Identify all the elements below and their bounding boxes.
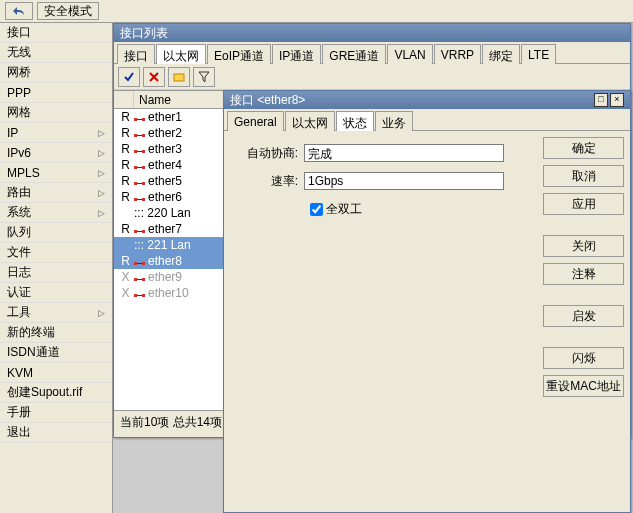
svg-rect-25 — [134, 278, 137, 281]
full-duplex-check[interactable]: 全双工 — [310, 201, 362, 218]
rate-label: 速率: — [234, 173, 304, 190]
svg-rect-16 — [134, 198, 137, 201]
minimize-icon[interactable]: □ — [594, 93, 608, 107]
svg-rect-4 — [134, 134, 137, 137]
submenu-arrow-icon: ▷ — [98, 188, 105, 198]
dialog-title: 接口 <ether8> — [230, 92, 305, 109]
dialog-tab-General[interactable]: General — [227, 111, 284, 131]
sidebar-item-19[interactable]: 手册 — [0, 403, 112, 423]
svg-rect-22 — [134, 262, 137, 265]
submenu-arrow-icon: ▷ — [98, 148, 105, 158]
submenu-arrow-icon: ▷ — [98, 208, 105, 218]
tab-绑定[interactable]: 绑定 — [482, 44, 520, 64]
interface-icon — [134, 225, 145, 234]
auto-neg-label: 自动协商: — [234, 145, 304, 162]
svg-rect-13 — [134, 182, 137, 185]
sidebar-item-4[interactable]: 网格 — [0, 103, 112, 123]
submenu-arrow-icon: ▷ — [98, 128, 105, 138]
dialog-tab-业务[interactable]: 业务 — [375, 111, 413, 131]
sidebar-item-2[interactable]: 网桥 — [0, 63, 112, 83]
svg-rect-0 — [174, 74, 184, 81]
disable-button[interactable] — [143, 67, 165, 87]
svg-rect-20 — [142, 230, 145, 233]
cancel-button[interactable]: 取消 — [543, 165, 624, 187]
dialog-title-bar[interactable]: 接口 <ether8> □ × — [224, 91, 630, 109]
full-duplex-checkbox[interactable] — [310, 203, 323, 216]
sidebar-item-0[interactable]: 接口 — [0, 23, 112, 43]
enable-button[interactable] — [118, 67, 140, 87]
svg-rect-14 — [142, 182, 145, 185]
rate-value[interactable]: 1Gbps — [304, 172, 504, 190]
col-flag[interactable] — [114, 91, 134, 108]
sidebar-item-8[interactable]: 路由▷ — [0, 183, 112, 203]
svg-rect-1 — [134, 118, 137, 121]
tab-VRRP[interactable]: VRRP — [434, 44, 481, 64]
sidebar-item-16[interactable]: ISDN通道 — [0, 343, 112, 363]
safe-mode-button[interactable]: 安全模式 — [37, 2, 99, 20]
svg-rect-10 — [134, 166, 137, 169]
sidebar-item-18[interactable]: 创建Supout.rif — [0, 383, 112, 403]
svg-rect-28 — [134, 294, 137, 297]
tab-EoIP通道[interactable]: EoIP通道 — [207, 44, 271, 64]
dialog-tab-以太网[interactable]: 以太网 — [285, 111, 335, 131]
interface-icon — [134, 177, 145, 186]
sidebar-item-3[interactable]: PPP — [0, 83, 112, 103]
close-button[interactable]: 关闭 — [543, 235, 624, 257]
tab-VLAN[interactable]: VLAN — [387, 44, 432, 64]
sidebar-item-11[interactable]: 文件 — [0, 243, 112, 263]
apply-button[interactable]: 应用 — [543, 193, 624, 215]
sidebar-item-1[interactable]: 无线 — [0, 43, 112, 63]
svg-rect-17 — [142, 198, 145, 201]
svg-rect-29 — [142, 294, 145, 297]
sidebar-item-15[interactable]: 新的终端 — [0, 323, 112, 343]
sidebar-item-14[interactable]: 工具▷ — [0, 303, 112, 323]
svg-rect-2 — [142, 118, 145, 121]
interface-icon — [134, 129, 145, 138]
sidebar-item-9[interactable]: 系统▷ — [0, 203, 112, 223]
sidebar-item-17[interactable]: KVM — [0, 363, 112, 383]
tab-LTE[interactable]: LTE — [521, 44, 556, 64]
tab-GRE通道[interactable]: GRE通道 — [322, 44, 386, 64]
reset-mac-button[interactable]: 重设MAC地址 — [543, 375, 624, 397]
sidebar-item-10[interactable]: 队列 — [0, 223, 112, 243]
sidebar-item-20[interactable]: 退出 — [0, 423, 112, 443]
tab-接口[interactable]: 接口 — [117, 44, 155, 64]
dialog-tab-状态[interactable]: 状态 — [336, 111, 374, 131]
workspace: 接口列表 接口以太网EoIP通道IP通道GRE通道VLANVRRP绑定LTE N… — [113, 23, 633, 513]
close-icon[interactable]: × — [610, 93, 624, 107]
undo-icon — [12, 5, 26, 17]
dialog-buttons: 确定 取消 应用 关闭 注释 启发 闪烁 重设MAC地址 — [541, 135, 626, 510]
comment-button[interactable]: 注释 — [543, 263, 624, 285]
svg-rect-26 — [142, 278, 145, 281]
tab-IP通道[interactable]: IP通道 — [272, 44, 321, 64]
svg-rect-7 — [134, 150, 137, 153]
sidebar: 接口无线网桥PPP网格IP▷IPv6▷MPLS▷路由▷系统▷队列文件日志认证工具… — [0, 23, 113, 513]
window-title-bar[interactable]: 接口列表 — [114, 24, 630, 42]
auto-neg-value[interactable]: 完成 — [304, 144, 504, 162]
svg-rect-5 — [142, 134, 145, 137]
ok-button[interactable]: 确定 — [543, 137, 624, 159]
interface-icon — [134, 193, 145, 202]
interface-icon — [134, 257, 145, 266]
interface-dialog: 接口 <ether8> □ × General以太网状态业务 自动协商: 完成 … — [223, 90, 631, 513]
list-tabs: 接口以太网EoIP通道IP通道GRE通道VLANVRRP绑定LTE — [114, 42, 630, 64]
sidebar-item-5[interactable]: IP▷ — [0, 123, 112, 143]
interface-icon — [134, 289, 145, 298]
tab-以太网[interactable]: 以太网 — [156, 44, 206, 64]
undo-button[interactable] — [5, 2, 33, 20]
sidebar-item-6[interactable]: IPv6▷ — [0, 143, 112, 163]
sidebar-item-13[interactable]: 认证 — [0, 283, 112, 303]
sidebar-item-12[interactable]: 日志 — [0, 263, 112, 283]
blink-button[interactable]: 闪烁 — [543, 347, 624, 369]
dialog-tabs: General以太网状态业务 — [224, 109, 630, 131]
submenu-arrow-icon: ▷ — [98, 308, 105, 318]
top-toolbar: 安全模式 — [0, 0, 633, 23]
filter-button[interactable] — [193, 67, 215, 87]
submenu-arrow-icon: ▷ — [98, 168, 105, 178]
enable-button[interactable]: 启发 — [543, 305, 624, 327]
svg-rect-11 — [142, 166, 145, 169]
window-title: 接口列表 — [120, 25, 168, 42]
svg-rect-19 — [134, 230, 137, 233]
comment-button[interactable] — [168, 67, 190, 87]
sidebar-item-7[interactable]: MPLS▷ — [0, 163, 112, 183]
